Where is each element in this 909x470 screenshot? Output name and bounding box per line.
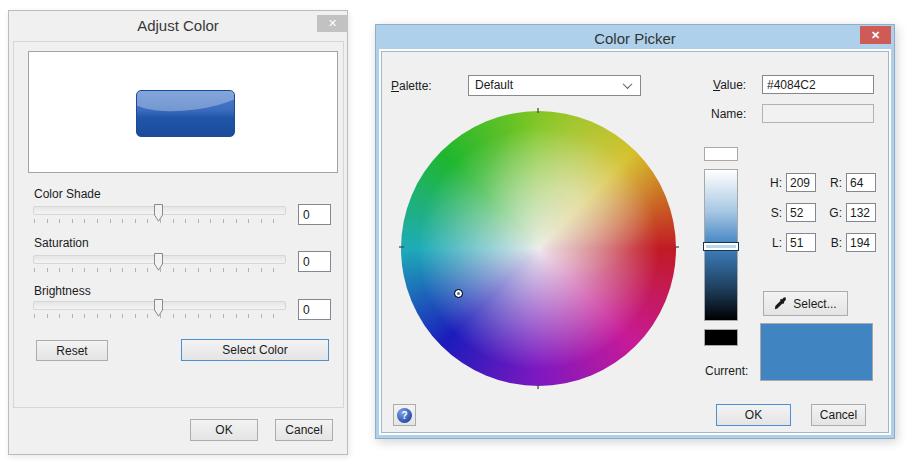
close-icon: ✕ xyxy=(328,17,337,30)
red-field-row: R: xyxy=(822,173,876,192)
wheel-tick-south xyxy=(537,384,539,389)
hue-input[interactable] xyxy=(786,173,816,192)
blue-field-row: B: xyxy=(822,233,876,252)
value-label: Value: xyxy=(713,78,746,92)
picker-title: Color Picker xyxy=(594,30,676,47)
adjust-color-window: Adjust Color ✕ Color Shade Saturation Br… xyxy=(8,10,348,455)
value-input[interactable] xyxy=(762,75,874,94)
lightness-label: L: xyxy=(762,236,782,250)
slider-label-saturation: Saturation xyxy=(34,236,89,250)
adjust-ok-button[interactable]: OK xyxy=(190,419,258,441)
red-label: R: xyxy=(822,176,842,190)
brightness-value-input[interactable] xyxy=(298,299,331,320)
white-swatch[interactable] xyxy=(704,147,738,161)
lightness-ramp-handle[interactable] xyxy=(703,242,739,251)
help-icon: ? xyxy=(397,408,412,423)
green-field-row: G: xyxy=(822,203,876,222)
color-preview-box xyxy=(28,51,338,173)
blue-input[interactable] xyxy=(846,233,876,252)
saturation-ticks xyxy=(34,268,286,272)
current-color-swatch xyxy=(760,323,873,381)
adjust-color-title: Adjust Color xyxy=(9,17,347,34)
blue-label: B: xyxy=(822,236,842,250)
picker-ok-button[interactable]: OK xyxy=(716,404,791,426)
color-wheel[interactable] xyxy=(401,111,676,386)
saturation-input[interactable] xyxy=(786,203,816,222)
name-label: Name: xyxy=(711,107,746,121)
hue-field-row: H: xyxy=(762,173,816,192)
reset-button[interactable]: Reset xyxy=(36,340,108,361)
saturation-label: S: xyxy=(762,206,782,220)
select-color-button[interactable]: Select Color xyxy=(181,339,329,361)
screen: Adjust Color ✕ Color Shade Saturation Br… xyxy=(0,0,909,470)
black-swatch[interactable] xyxy=(704,329,738,346)
wheel-tick-west xyxy=(399,246,404,248)
picker-close-button[interactable]: ✕ xyxy=(860,26,891,44)
slider-label-color-shade: Color Shade xyxy=(34,187,101,201)
close-icon: ✕ xyxy=(871,29,880,42)
current-label: Current: xyxy=(705,364,748,378)
saturation-field-row: S: xyxy=(762,203,816,222)
green-input[interactable] xyxy=(846,203,876,222)
wheel-tick-north xyxy=(537,108,539,113)
color-shade-value-input[interactable] xyxy=(298,204,331,225)
name-input xyxy=(762,104,874,123)
eyedropper-icon xyxy=(774,297,787,310)
select-button-label: Select... xyxy=(793,297,836,311)
help-button[interactable]: ? xyxy=(393,404,416,426)
picker-titlebar: Color Picker xyxy=(376,25,894,51)
palette-dropdown[interactable]: Default xyxy=(468,75,641,96)
palette-label: Palette: xyxy=(391,79,432,93)
lightness-input[interactable] xyxy=(786,233,816,252)
chevron-down-icon xyxy=(623,79,633,89)
brightness-ticks xyxy=(34,314,286,318)
green-label: G: xyxy=(822,206,842,220)
select-screen-color-button[interactable]: Select... xyxy=(763,291,848,316)
hue-label: H: xyxy=(762,176,782,190)
adjust-close-button[interactable]: ✕ xyxy=(317,15,348,32)
wheel-selection-cursor[interactable] xyxy=(454,289,463,298)
color-picker-window: Color Picker ✕ Palette: Default Value: N… xyxy=(375,24,895,439)
lightness-field-row: L: xyxy=(762,233,816,252)
adjust-cancel-button[interactable]: Cancel xyxy=(275,419,333,441)
preview-button-swatch xyxy=(136,90,235,137)
slider-label-brightness: Brightness xyxy=(34,284,91,298)
saturation-value-input[interactable] xyxy=(298,251,331,272)
palette-selected-value: Default xyxy=(475,78,513,92)
color-shade-ticks xyxy=(34,219,286,223)
wheel-tick-east xyxy=(674,246,679,248)
picker-cancel-button[interactable]: Cancel xyxy=(811,404,866,426)
red-input[interactable] xyxy=(846,173,876,192)
picker-content: Palette: Default Value: Name: H: xyxy=(381,51,889,433)
